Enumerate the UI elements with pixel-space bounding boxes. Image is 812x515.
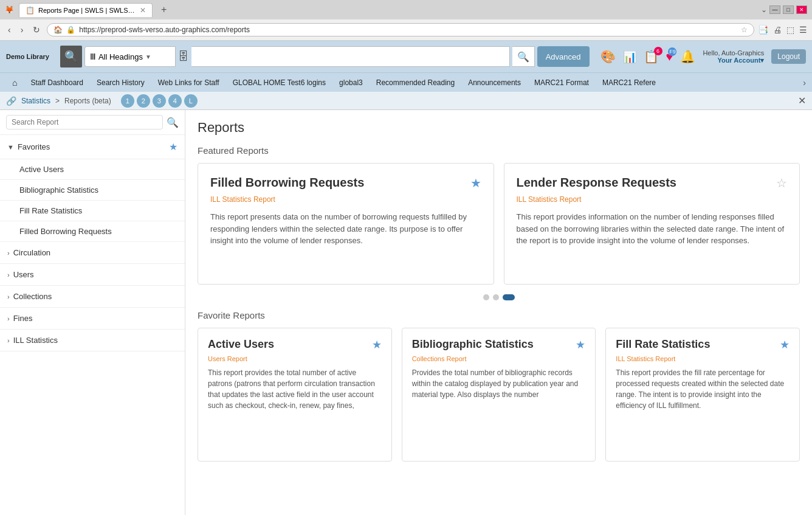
fav-card-desc-3: This report provides the fill rate perce…	[616, 367, 790, 411]
minimize-button[interactable]: —	[769, 5, 780, 14]
carousel-dot-3-active[interactable]	[503, 294, 515, 300]
featured-cards-container: Filled Borrowing Requests ★ ILL Statisti…	[198, 163, 800, 285]
advanced-search-button[interactable]: Advanced	[537, 46, 590, 67]
app-logo-icon: 🔍	[64, 50, 78, 63]
nav-marc21-format[interactable]: MARC21 Format	[528, 75, 595, 91]
notification-badge: 6	[654, 47, 662, 55]
bookmark-icon[interactable]: ☆	[741, 26, 748, 34]
sidebar-group-circulation[interactable]: › Circulation	[0, 242, 185, 264]
search-submit-button[interactable]: 🔍	[512, 46, 535, 67]
favorites-chevron-icon: ▼	[7, 143, 14, 151]
sidebar-item-active-users[interactable]: Active Users	[0, 159, 185, 180]
featured-card-header-1: Filled Borrowing Requests ★	[210, 176, 481, 190]
sidebar-group-ill-statistics[interactable]: › ILL Statistics	[0, 330, 185, 351]
featured-card-star-2[interactable]: ☆	[776, 176, 787, 190]
nav-global-home[interactable]: GLOBAL HOME Test6 logins	[227, 75, 332, 91]
forward-button[interactable]: ›	[18, 24, 27, 36]
fav-card-header-3: Fill Rate Statistics ★	[616, 338, 790, 351]
featured-card-filled-borrowing: Filled Borrowing Requests ★ ILL Statisti…	[198, 163, 494, 285]
refresh-button[interactable]: ↻	[30, 24, 43, 36]
breadcrumb-close-button[interactable]: ✕	[798, 95, 806, 106]
browser-tab[interactable]: 📋 Reports Page | SWLS | SWLS | A... ✕	[19, 3, 153, 17]
url-text: https://preprod-swls-verso.auto-graphics…	[79, 26, 737, 34]
close-window-button[interactable]: ✕	[796, 5, 807, 14]
carousel-dot-2[interactable]	[493, 294, 499, 300]
nav-announcements[interactable]: Announcements	[462, 75, 527, 91]
fav-card-desc-1: This report provides the total number of…	[208, 367, 382, 411]
featured-card-star-1[interactable]: ★	[470, 176, 481, 190]
collections-chevron-icon: ›	[7, 293, 10, 300]
sidebar-item-fill-rate-statistics[interactable]: Fill Rate Statistics	[0, 201, 185, 221]
account-link[interactable]: Your Account▾	[703, 57, 764, 64]
featured-card-category-1: ILL Statistics Report	[210, 195, 481, 204]
fav-card-star-2[interactable]: ★	[576, 338, 585, 351]
window-controls: ⌄ — □ ✕	[761, 5, 807, 14]
bookmark-list-icon[interactable]: 📑	[758, 25, 768, 35]
fav-card-category-2: Collections Report	[412, 355, 586, 362]
featured-card-lender-response: Lender Response Requests ☆ ILL Statistic…	[504, 163, 800, 285]
nav-marc21-refere[interactable]: MARC21 Refere	[596, 75, 662, 91]
sidebar-search-button[interactable]: 🔍	[167, 117, 179, 128]
reports-icon[interactable]: 📊	[623, 50, 636, 64]
sidebar-favorites-header[interactable]: ▼ Favorites ★	[0, 135, 185, 159]
sidebar-group-collections[interactable]: › Collections	[0, 286, 185, 308]
nav-staff-dashboard[interactable]: Staff Dashboard	[24, 75, 89, 91]
sidebar-item-bibliographic-statistics[interactable]: Bibliographic Statistics	[0, 180, 185, 201]
dropdown-arrow-icon: ▼	[145, 54, 151, 60]
favorites-icon[interactable]: ♥ F9	[666, 50, 673, 64]
download-icon[interactable]: 🖨	[773, 25, 782, 35]
sidebar-item-filled-borrowing-requests[interactable]: Filled Borrowing Requests	[0, 221, 185, 242]
nav-global3[interactable]: global3	[333, 75, 369, 91]
sidebar-search-area: 🔍	[0, 110, 185, 135]
nav-web-links[interactable]: Web Links for Staff	[152, 75, 225, 91]
theme-icon[interactable]: 🎨	[600, 49, 616, 64]
page-1-button[interactable]: 1	[121, 94, 134, 108]
browser-chrome: 🦊 📋 Reports Page | SWLS | SWLS | A... ✕ …	[0, 0, 812, 41]
favorites-star-icon: ★	[169, 141, 177, 153]
favorites-label: Favorites	[18, 142, 165, 151]
search-input[interactable]	[191, 46, 510, 67]
ill-statistics-chevron-icon: ›	[7, 337, 10, 344]
page-3-button[interactable]: 3	[153, 94, 166, 108]
bell-icon[interactable]: 🔔	[680, 49, 695, 64]
nav-search-history[interactable]: Search History	[91, 75, 151, 91]
search-type-dropdown[interactable]: Ⅲ All Headings ▼	[84, 46, 176, 67]
fav-card-star-1[interactable]: ★	[372, 338, 382, 351]
new-tab-button[interactable]: +	[157, 4, 170, 15]
sidebar-group-users[interactable]: › Users	[0, 264, 185, 286]
selected-search-type: All Headings	[98, 52, 143, 61]
collections-label: Collections	[13, 292, 52, 301]
breadcrumb-icon: 🔗	[6, 96, 16, 106]
main-layout: 🔍 ▼ Favorites ★ Active Users Bibliograph…	[0, 110, 812, 515]
breadcrumb-separator: >	[55, 97, 60, 105]
tab-close-button[interactable]: ✕	[140, 6, 146, 15]
page-2-button[interactable]: 2	[137, 94, 150, 108]
featured-card-title-2: Lender Response Requests	[517, 176, 676, 190]
nav-home[interactable]: ⌂	[6, 74, 23, 91]
menu-icon[interactable]: ☰	[799, 25, 807, 35]
carousel-dot-1[interactable]	[483, 294, 489, 300]
page-4-button[interactable]: 4	[168, 94, 182, 108]
user-greeting: Hello, Auto-Graphics	[703, 49, 764, 57]
sidebar-search-input[interactable]	[6, 115, 163, 130]
sidebar-group-fines[interactable]: › Fines	[0, 308, 185, 330]
content-area: Reports Featured Reports Filled Borrowin…	[185, 110, 812, 515]
page-numbers: 1 2 3 4 L	[121, 94, 198, 108]
page-l-button[interactable]: L	[184, 94, 198, 108]
url-bar[interactable]: 🏠 🔒 https://preprod-swls-verso.auto-grap…	[47, 23, 754, 36]
tab-title: Reports Page | SWLS | SWLS | A...	[38, 7, 136, 14]
fav-card-title-3: Fill Rate Statistics	[616, 338, 710, 351]
breadcrumb-statistics-link[interactable]: Statistics	[21, 97, 50, 105]
maximize-button[interactable]: □	[783, 5, 794, 14]
notifications-icon[interactable]: 📋 6	[644, 49, 659, 64]
extensions-icon[interactable]: ⬚	[786, 25, 794, 35]
fav-card-star-3[interactable]: ★	[780, 338, 790, 351]
nav-recommended-reading[interactable]: Recommended Reading	[370, 75, 461, 91]
nav-more-button[interactable]: ›	[803, 78, 806, 88]
fav-card-title-2: Bibliographic Statistics	[412, 338, 534, 351]
logout-button[interactable]: Logout	[771, 49, 806, 64]
tab-list-button[interactable]: ⌄	[761, 5, 767, 14]
security-icon: 🏠	[53, 26, 63, 34]
users-label: Users	[13, 270, 34, 279]
back-button[interactable]: ‹	[5, 24, 14, 36]
